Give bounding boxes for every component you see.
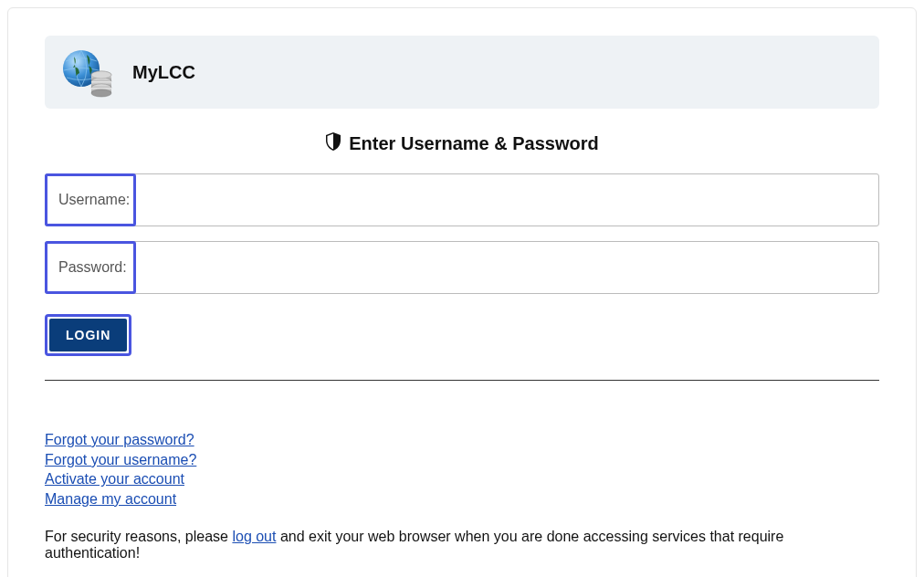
svg-point-8	[91, 71, 111, 79]
svg-point-7	[91, 89, 111, 97]
username-label: Username:	[45, 173, 136, 226]
username-row: Username:	[45, 173, 879, 226]
site-logo	[61, 47, 116, 98]
logout-link[interactable]: log out	[232, 529, 276, 544]
banner-title: MyLCC	[132, 62, 195, 83]
forgot-password-link[interactable]: Forgot your password?	[45, 430, 194, 450]
login-button[interactable]: LOGIN	[49, 319, 127, 351]
forgot-username-link[interactable]: Forgot your username?	[45, 450, 196, 470]
login-button-highlight: LOGIN	[45, 314, 131, 356]
password-label: Password:	[45, 241, 136, 294]
divider	[45, 380, 879, 381]
username-input[interactable]	[137, 174, 878, 226]
form-heading-text: Enter Username & Password	[349, 133, 598, 154]
password-row: Password:	[45, 241, 879, 294]
manage-account-link[interactable]: Manage my account	[45, 489, 176, 509]
banner: MyLCC	[45, 36, 879, 109]
security-note-prefix: For security reasons, please	[45, 529, 232, 544]
password-input[interactable]	[137, 242, 878, 293]
shield-icon	[325, 132, 341, 155]
activate-account-link[interactable]: Activate your account	[45, 469, 184, 489]
form-heading: Enter Username & Password	[45, 132, 879, 155]
login-card: MyLCC Enter Username & Password Username…	[7, 7, 917, 577]
security-note: For security reasons, please log out and…	[45, 529, 879, 561]
help-links: Forgot your password? Forgot your userna…	[45, 430, 879, 509]
